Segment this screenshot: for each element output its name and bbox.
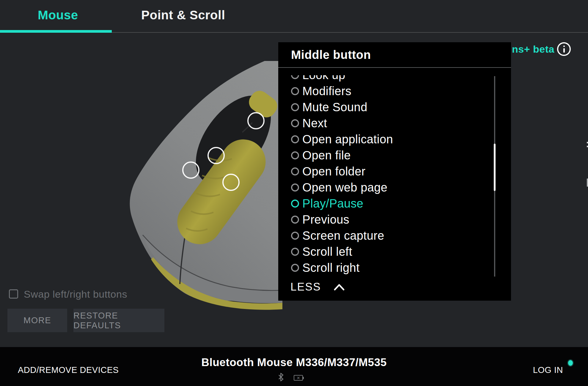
option-label: Look up [302,75,345,82]
battery-unknown-icon: ✕ [294,375,303,381]
option-label: Next [302,117,327,130]
edge-scrollbar-sliver [587,178,588,187]
option-row[interactable]: Next [278,115,492,131]
chevron-up-icon [334,283,345,291]
hotspot-left-button[interactable] [182,161,199,179]
option-label: Scroll right [302,261,360,274]
active-tab-underline [0,30,112,33]
middle-button-dialog: Middle button Look upModifiersMute Sound… [278,42,511,301]
option-row[interactable]: Open application [278,131,492,147]
hotspot-right-button[interactable] [222,174,240,191]
less-label: LESS [290,281,321,293]
option-label: Open web page [302,181,387,194]
radio-icon[interactable] [291,248,299,256]
option-row[interactable]: Scroll left [278,244,492,260]
hotspot-top-button[interactable] [247,112,265,129]
option-row[interactable]: Modifiers [278,83,492,99]
option-row[interactable]: Previous [278,211,492,227]
radio-icon[interactable] [291,119,299,127]
restore-defaults-button[interactable]: RESTORE DEFAULTS [73,309,164,332]
option-row[interactable]: Scroll right [278,260,492,276]
radio-icon[interactable] [291,200,299,208]
option-row[interactable]: Open file [278,147,492,163]
connection-status-dot [567,359,574,367]
option-label: Open folder [302,165,365,178]
radio-icon[interactable] [291,232,299,240]
tab-bar: Mouse Point & Scroll [0,0,588,33]
radio-icon[interactable] [291,103,299,111]
radio-icon[interactable] [291,75,299,79]
radio-icon[interactable] [291,135,299,143]
option-label: Open application [302,133,393,146]
option-row[interactable]: Screen capture [278,227,492,244]
swap-buttons-label: Swap left/right buttons [24,287,127,301]
info-icon[interactable] [557,42,571,56]
radio-icon[interactable] [291,167,299,175]
option-label: Scroll left [302,245,352,258]
hotspot-scroll-wheel[interactable] [207,147,225,164]
option-label: Modifiers [302,84,351,98]
radio-icon[interactable] [291,151,299,159]
option-label: Play/Pause [302,197,363,210]
radio-icon[interactable] [291,264,299,272]
edge-artifact [587,142,588,143]
device-name: Bluetooth Mouse M336/M337/M535 [0,356,588,369]
radio-icon[interactable] [291,216,299,224]
radio-icon[interactable] [291,183,299,192]
option-row[interactable]: Play/Pause [278,195,492,211]
dialog-header: Middle button [278,42,511,68]
option-label: Previous [302,213,349,226]
swap-buttons-checkbox[interactable] [9,289,18,299]
option-label: Screen capture [302,229,384,242]
bluetooth-icon [278,372,284,382]
more-button[interactable]: MORE [7,309,67,332]
tab-mouse[interactable]: Mouse [38,0,78,30]
option-row[interactable]: Look up [278,75,492,83]
option-label: Open file [302,149,351,162]
option-row[interactable]: Mute Sound [278,99,492,115]
tab-point-and-scroll[interactable]: Point & Scroll [141,0,225,30]
option-label: Mute Sound [302,101,367,114]
edge-artifact [587,146,588,147]
options-plus-beta-link[interactable]: ns+ beta [512,43,554,56]
radio-icon[interactable] [291,87,299,95]
log-in-button[interactable]: LOG IN [526,365,563,375]
dialog-scrollbar-thumb[interactable] [494,144,496,191]
action-list[interactable]: Look upModifiersMute SoundNextOpen appli… [278,75,504,277]
option-row[interactable]: Open folder [278,163,492,179]
dialog-title: Middle button [291,48,371,62]
option-row[interactable]: Open web page [278,179,492,195]
less-toggle[interactable]: LESS [290,279,345,295]
